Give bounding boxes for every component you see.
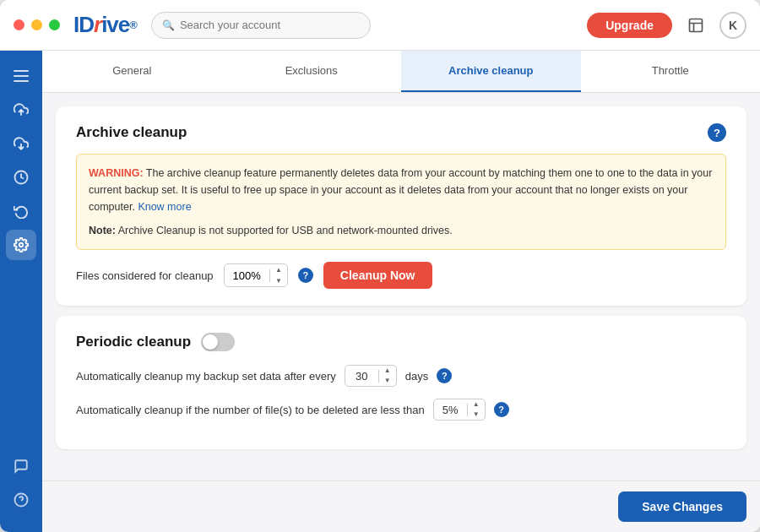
cleanup-now-button[interactable]: Cleanup Now	[323, 262, 432, 289]
sidebar-item-settings[interactable]	[6, 230, 36, 260]
days-up[interactable]: ▲	[379, 366, 396, 376]
archive-cleanup-card: Archive cleanup ? WARNING: The archive c…	[56, 106, 746, 306]
percent-help-icon[interactable]: ?	[494, 402, 509, 417]
titlebar: IDrive® 🔍 Upgrade K	[0, 0, 760, 51]
sidebar	[0, 51, 42, 532]
upgrade-button[interactable]: Upgrade	[587, 13, 672, 38]
periodic-row-1: Automatically cleanup my backup set data…	[76, 365, 726, 387]
save-changes-button[interactable]: Save Changes	[618, 491, 746, 522]
sidebar-item-download[interactable]	[6, 128, 36, 159]
search-input[interactable]	[180, 19, 360, 31]
archive-cleanup-title: Archive cleanup	[76, 124, 187, 141]
files-label: Files considered for cleanup	[76, 269, 214, 282]
minimize-button[interactable]	[31, 19, 42, 30]
search-bar[interactable]: 🔍	[151, 12, 371, 39]
card-title-row: Archive cleanup ?	[76, 123, 726, 142]
note-content: Archive Cleanup is not supported for USB…	[118, 225, 453, 236]
content-area: General Exclusions Archive cleanup Throt…	[42, 51, 760, 532]
spinner-down[interactable]: ▼	[270, 275, 287, 286]
traffic-lights	[14, 19, 60, 30]
periodic-title-row: Periodic cleanup	[76, 333, 726, 351]
avatar-button[interactable]: K	[719, 12, 746, 39]
days-down[interactable]: ▼	[379, 376, 396, 386]
note-label: Note:	[89, 225, 116, 236]
note-text: Note: Archive Cleanup is not supported f…	[89, 222, 714, 239]
tab-archive-cleanup[interactable]: Archive cleanup	[401, 51, 581, 92]
tab-exclusions[interactable]: Exclusions	[222, 51, 402, 92]
days-value: 30	[345, 370, 379, 383]
percent-value: 5%	[434, 404, 468, 416]
svg-rect-5	[14, 80, 29, 82]
cleanup-row: Files considered for cleanup 100% ▲ ▼ ? …	[76, 262, 726, 289]
percent-down[interactable]: ▼	[468, 410, 485, 420]
days-spinner[interactable]: 30 ▲ ▼	[345, 365, 397, 387]
close-button[interactable]	[14, 19, 24, 30]
periodic-title: Periodic cleanup	[76, 334, 191, 350]
percent-spinner-arrows: ▲ ▼	[468, 399, 485, 420]
help-icon-archive[interactable]: ?	[708, 123, 726, 142]
svg-point-9	[19, 243, 24, 247]
tab-throttle[interactable]: Throttle	[581, 51, 761, 92]
files-value: 100%	[225, 269, 270, 282]
days-label: days	[405, 370, 428, 383]
sidebar-item-history[interactable]	[6, 162, 36, 193]
auto-cleanup-label: Automatically cleanup my backup set data…	[76, 370, 336, 383]
days-spinner-arrows: ▲ ▼	[379, 366, 396, 386]
sidebar-item-upload[interactable]	[6, 95, 36, 125]
periodic-toggle[interactable]	[201, 333, 235, 351]
periodic-row-2: Automatically cleanup if the number of f…	[76, 399, 726, 421]
tabs: General Exclusions Archive cleanup Throt…	[42, 51, 760, 93]
spinner-arrows: ▲ ▼	[270, 264, 287, 286]
toggle-knob	[203, 334, 218, 350]
percent-spinner[interactable]: 5% ▲ ▼	[433, 399, 486, 421]
search-icon: 🔍	[162, 19, 175, 31]
files-help-icon[interactable]: ?	[298, 268, 313, 283]
tab-general[interactable]: General	[42, 51, 222, 92]
logo: IDrive®	[73, 12, 138, 38]
sidebar-item-chat[interactable]	[6, 451, 36, 481]
header-right: Upgrade K	[587, 12, 746, 39]
warning-box: WARNING: The archive cleanup feature per…	[76, 154, 726, 250]
maximize-button[interactable]	[49, 19, 60, 30]
svg-rect-0	[690, 19, 703, 31]
periodic-cleanup-card: Periodic cleanup Automatically cleanup m…	[56, 316, 746, 449]
footer: Save Changes	[42, 480, 760, 532]
sidebar-item-menu[interactable]	[6, 61, 36, 91]
notifications-button[interactable]	[682, 12, 709, 39]
days-help-icon[interactable]: ?	[437, 368, 452, 383]
know-more-link[interactable]: Know more	[138, 201, 191, 213]
scroll-content: Archive cleanup ? WARNING: The archive c…	[42, 93, 760, 480]
app-window: IDrive® 🔍 Upgrade K	[0, 0, 760, 532]
main-layout: General Exclusions Archive cleanup Throt…	[0, 51, 760, 532]
svg-rect-3	[14, 70, 29, 72]
auto-delete-label: Automatically cleanup if the number of f…	[76, 404, 425, 416]
sidebar-item-help[interactable]	[6, 485, 36, 515]
spinner-up[interactable]: ▲	[270, 264, 287, 275]
warning-label: WARNING:	[89, 167, 144, 179]
files-spinner[interactable]: 100% ▲ ▼	[224, 263, 288, 287]
percent-up[interactable]: ▲	[468, 399, 485, 410]
svg-rect-4	[14, 75, 29, 77]
sidebar-item-restore[interactable]	[6, 196, 36, 226]
